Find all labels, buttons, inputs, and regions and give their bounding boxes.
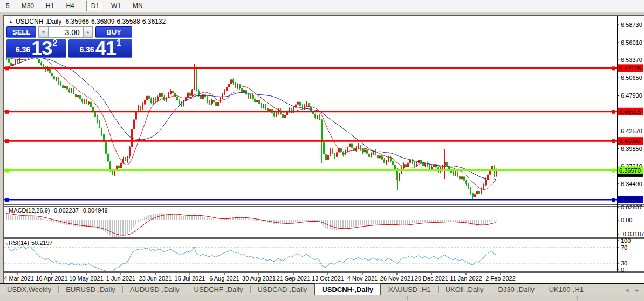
sell-button[interactable]: SELL: [6, 26, 36, 38]
tab-dj30-daily[interactable]: DJ30-,Daily: [491, 284, 542, 295]
tab-scroll-right-icon[interactable]: ►: [635, 288, 640, 293]
tab-eurusd-daily[interactable]: EURUSD-,Daily: [59, 284, 122, 295]
price-line-label: 6.45515: [619, 108, 641, 115]
date-tick-label: 13 Oct 2021: [312, 275, 344, 282]
hline-handle-left[interactable]: [5, 66, 9, 70]
price-tick-label: 6.56010: [621, 39, 642, 46]
bottom-panel-edge: [0, 295, 644, 301]
macd-axis-label: 0.00: [621, 217, 632, 223]
volume-input[interactable]: [49, 26, 83, 38]
ohlc-high: 6.36809: [91, 18, 114, 25]
tab-usdcnh-daily[interactable]: USDCNH-,Daily: [314, 283, 381, 295]
ohlc-low: 6.35588: [117, 18, 140, 25]
date-tick-label: 15 Jul 2021: [175, 275, 205, 282]
price-tick-label: 6.39850: [621, 146, 642, 152]
timeframe-button-m30[interactable]: M30: [17, 1, 39, 11]
hline-handle-left[interactable]: [5, 110, 9, 114]
panel-divider: [273, 296, 273, 300]
rsi-value: 50.2197: [31, 240, 53, 246]
tab-usdcad-daily[interactable]: USDCAD-,Daily: [251, 284, 314, 295]
date-tick-label: 21 Sep 2021: [277, 275, 310, 282]
chart-title-symbol: USDCNH-,Daily: [16, 18, 61, 25]
tab-usdchf-daily[interactable]: USDCHF-,Daily: [187, 284, 250, 295]
one-click-trading-panel: SELL ▼ ▲ BUY 6.36 13 2 6.36 41 1: [6, 26, 132, 58]
buy-price-pips: 41: [95, 40, 116, 57]
sell-price-point: 2: [52, 38, 57, 48]
price-tick-label: 6.47930: [621, 92, 642, 99]
timeframe-button-5[interactable]: 5: [1, 1, 15, 11]
timeframe-button-w1[interactable]: W1: [106, 1, 126, 11]
macd-name: MACD(12,26,9): [9, 207, 50, 214]
pane-separators: [4, 205, 644, 273]
tab-usdx-weekly[interactable]: USDX,Weekly: [0, 284, 58, 295]
horizontal-level-lines[interactable]: [4, 66, 617, 202]
price-tick-label: 6.42570: [621, 128, 642, 134]
tab-uk100-h1[interactable]: UK100-,H1: [542, 284, 591, 295]
timeframe-button-d1[interactable]: D1: [86, 1, 104, 11]
price-line-label: 6.36570: [619, 167, 641, 174]
tab-audusd-daily[interactable]: AUDUSD-,Daily: [123, 284, 187, 295]
timeframe-button-h4[interactable]: H4: [61, 1, 79, 11]
macd-signal-value: -0.004949: [81, 207, 108, 214]
tab-scroll-left-icon[interactable]: ◄: [625, 288, 629, 293]
toolbar-divider: [83, 2, 83, 10]
buy-price-figure: 6.36: [79, 45, 94, 54]
chart-window: 6.587306.560106.533706.506506.479306.425…: [3, 15, 644, 283]
rsi-name: RSI(14): [9, 240, 29, 246]
rsi-axis-label: 70: [621, 244, 627, 251]
price-line-label: 6.41043: [619, 138, 641, 144]
hline-handle-right[interactable]: [612, 66, 615, 70]
hline-handle-left[interactable]: [5, 139, 9, 143]
panel-divider: [577, 296, 578, 300]
tab-xauusd-h1[interactable]: XAUUSD-,H1: [381, 284, 438, 295]
buy-price-display[interactable]: 6.36 41 1: [68, 39, 132, 58]
date-axis[interactable]: 24 Mar 202116 Apr 202110 May 20211 Jun 2…: [4, 273, 516, 282]
date-tick-label: 26 Nov 2021: [380, 275, 414, 282]
macd-indicator-label: MACD(12,26,9)-0.002237-0.004949: [9, 207, 110, 214]
volume-decrease-button[interactable]: ▼: [38, 26, 48, 38]
collapse-panel-icon[interactable]: ▲: [9, 19, 13, 24]
date-tick-label: 2 Feb 2022: [485, 275, 516, 282]
ohlc-close: 6.36132: [142, 18, 166, 25]
hline-handle-left[interactable]: [5, 169, 9, 173]
sell-price-display[interactable]: 6.36 13 2: [6, 39, 66, 58]
hline-handle-right[interactable]: [612, 139, 615, 143]
price-axis[interactable]: 6.587306.560106.533706.506506.479306.425…: [617, 16, 644, 273]
sell-price-figure: 6.36: [16, 45, 30, 54]
rsi-axis-label: 0: [621, 266, 624, 273]
rsi-axis-label: 30: [621, 260, 627, 266]
panel-divider: [152, 296, 152, 300]
spinner-down-icon: ▼: [42, 30, 46, 35]
volume-increase-button[interactable]: ▲: [83, 26, 93, 38]
rsi-indicator-label: RSI(14)50.2197: [9, 240, 55, 246]
date-tick-label: 10 May 2021: [69, 275, 104, 282]
macd-axis-label: 0.02607: [621, 204, 642, 210]
macd-main-value: -0.002237: [52, 207, 79, 214]
date-tick-label: 16 Apr 2021: [36, 275, 67, 282]
price-tick-label: 6.34490: [621, 181, 642, 187]
timeframe-button-mn[interactable]: MN: [128, 1, 148, 11]
symbol-tabbar: USDX,WeeklyEURUSD-,DailyAUDUSD-,DailyUSD…: [0, 283, 644, 295]
date-tick-label: 6 Aug 2021: [209, 275, 239, 282]
hline-handle-left[interactable]: [5, 198, 9, 202]
sell-price-pips: 13: [31, 40, 52, 57]
date-tick-label: 23 Jun 2021: [139, 275, 172, 282]
price-tick-label: 6.50650: [621, 74, 642, 81]
tab-ukoil-daily[interactable]: UKOil-,Daily: [439, 284, 491, 295]
trading-platform-window: { "icons": { "collapse": "▲", "spinner_d…: [0, 0, 644, 301]
buy-button[interactable]: BUY: [95, 26, 132, 38]
price-tick-label: 6.58730: [621, 22, 642, 28]
date-tick-label: 11 Jan 2022: [450, 275, 482, 282]
price-tick-label: 6.53370: [621, 57, 642, 63]
hline-handle-right[interactable]: [612, 198, 615, 202]
spinner-up-icon: ▲: [86, 30, 90, 35]
timeframe-toolbar: 5M30H1H4D1W1MN: [0, 0, 644, 12]
date-tick-label: 30 Aug 2021: [242, 275, 276, 282]
hline-handle-right[interactable]: [612, 110, 615, 114]
date-tick-label: 4 Nov 2021: [347, 275, 378, 282]
timeframe-button-h1[interactable]: H1: [41, 1, 59, 11]
macd-axis-label: -0.031872: [621, 231, 644, 237]
tab-scroll-arrows: ◄►: [619, 288, 644, 293]
rsi-pane: [4, 243, 617, 272]
hline-handle-right[interactable]: [612, 169, 615, 173]
